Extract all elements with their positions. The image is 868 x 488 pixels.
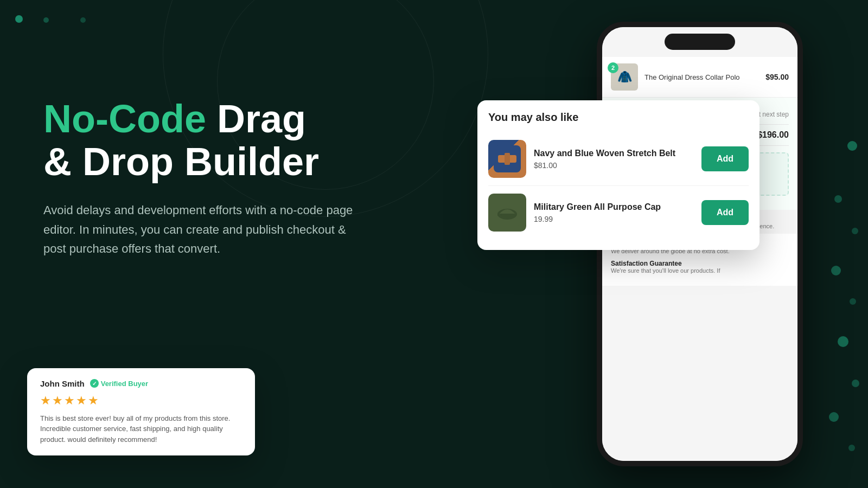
add-belt-button[interactable]: Add bbox=[701, 146, 749, 171]
phone-notch bbox=[665, 34, 735, 50]
total-amount: $196.00 bbox=[757, 130, 789, 139]
benefit-satisfaction-title: Satisfaction Guarantee bbox=[611, 260, 789, 267]
belt-name: Navy and Blue Woven Stretch Belt bbox=[534, 148, 694, 159]
reviewer-name: John Smith bbox=[40, 379, 85, 388]
review-card: John Smith ✓ Verified Buyer ★★★★★ This i… bbox=[27, 368, 255, 456]
headline-part3: & Drop Builder bbox=[43, 140, 319, 183]
reviewer-header: John Smith ✓ Verified Buyer bbox=[40, 379, 242, 388]
verified-badge: ✓ Verified Buyer bbox=[90, 379, 148, 388]
cart-badge: 2 bbox=[608, 62, 618, 73]
cart-item-price: $95.00 bbox=[765, 73, 789, 81]
cap-price: 19.99 bbox=[534, 215, 694, 223]
review-text: This is best store ever! buy all of my p… bbox=[40, 413, 242, 445]
upsell-item-cap: Military Green All Purpose Cap 19.99 Add bbox=[488, 186, 749, 239]
upsell-card: You may also like Navy and Blue Woven St… bbox=[477, 100, 760, 250]
benefit-satisfaction: Satisfaction Guarantee We're sure that y… bbox=[611, 260, 789, 274]
cart-item-header: 2 🧥 The Original Dress Collar Polo $95.0… bbox=[602, 57, 797, 98]
verified-label: Verified Buyer bbox=[101, 380, 148, 388]
review-stars: ★★★★★ bbox=[40, 394, 242, 408]
upsell-title: You may also like bbox=[488, 111, 749, 124]
phone-mockup: 2 🧥 The Original Dress Collar Polo $95.0… bbox=[586, 22, 814, 488]
headline: No-Code Drag & Drop Builder bbox=[43, 98, 412, 183]
upsell-item-belt: Navy and Blue Woven Stretch Belt $81.00 … bbox=[488, 132, 749, 186]
belt-thumbnail bbox=[488, 140, 526, 178]
headline-part2: Drag bbox=[206, 97, 306, 140]
svg-rect-12 bbox=[497, 214, 502, 216]
cart-item-info: The Original Dress Collar Polo bbox=[644, 73, 759, 81]
benefit-satisfaction-desc: We're sure that you'll love our products… bbox=[611, 267, 789, 274]
cap-info: Military Green All Purpose Cap 19.99 bbox=[534, 202, 694, 224]
cap-thumbnail bbox=[488, 194, 526, 232]
headline-part1: No-Code bbox=[43, 97, 206, 140]
hero-subtext: Avoid delays and development efforts wit… bbox=[43, 201, 369, 258]
cap-name: Military Green All Purpose Cap bbox=[534, 202, 694, 213]
belt-info: Navy and Blue Woven Stretch Belt $81.00 bbox=[534, 148, 694, 170]
svg-rect-8 bbox=[505, 153, 510, 165]
belt-price: $81.00 bbox=[534, 161, 694, 170]
verified-icon: ✓ bbox=[90, 379, 99, 388]
add-cap-button[interactable]: Add bbox=[701, 200, 749, 225]
cart-item-name: The Original Dress Collar Polo bbox=[644, 73, 759, 81]
hero-content: No-Code Drag & Drop Builder Avoid delays… bbox=[43, 98, 412, 258]
